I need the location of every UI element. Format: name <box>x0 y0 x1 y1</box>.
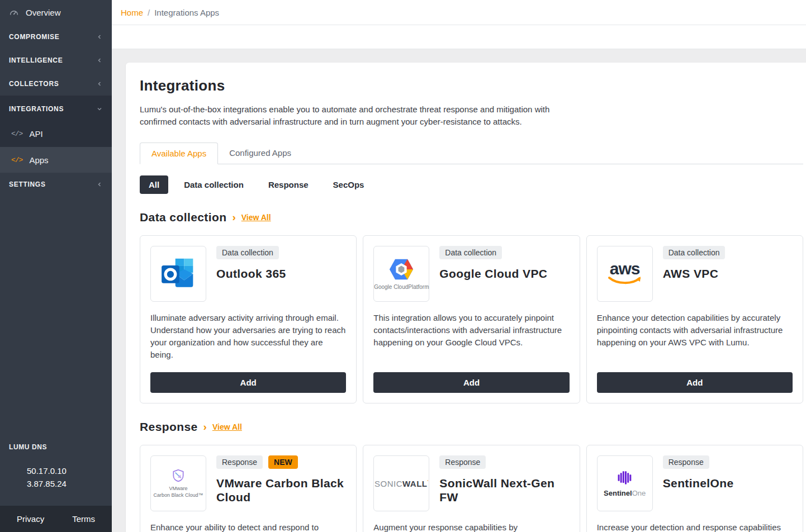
card-description: Enhance your detection capabilities by a… <box>597 312 793 361</box>
integration-card-sentinelone: SentinelOne Response SentinelOne Increas… <box>586 445 803 532</box>
chevron-left-icon <box>96 57 103 64</box>
card-title: SonicWall Next-Gen FW <box>439 476 569 504</box>
page-header-bar <box>112 25 806 49</box>
sidebar-spacer <box>0 196 112 443</box>
card-description: This integration allows you to accuratel… <box>373 312 569 361</box>
google-cloud-logo-text: Google CloudPlatform <box>374 284 429 290</box>
sidebar-footer: Privacy Terms <box>0 506 112 532</box>
aws-logo: aws <box>597 246 653 302</box>
page-description: Lumu's out-of-the-box integrations enabl… <box>140 103 581 128</box>
filter-data-collection[interactable]: Data collection <box>175 175 253 194</box>
view-all-link[interactable]: View All <box>241 213 271 222</box>
card-grid-data-collection: Data collection Outlook 365 Illuminate a… <box>140 235 803 403</box>
sidebar-item-overview[interactable]: Overview <box>0 0 112 25</box>
sonicwall-trademark: ' <box>427 479 428 484</box>
terms-link[interactable]: Terms <box>72 514 95 524</box>
sonicwall-logo-text-wall: WALL <box>402 479 428 488</box>
filter-secops[interactable]: SecOps <box>324 175 373 194</box>
breadcrumb-current: Integrations Apps <box>154 8 219 17</box>
section-title: Data collection <box>140 211 226 224</box>
vmware-logo-text: VMware Carbon Black Cloud™ <box>153 485 203 498</box>
card-title: VMware Carbon Black Cloud <box>216 476 346 504</box>
card-title: AWS VPC <box>663 267 726 281</box>
lumu-dns-label: LUMU DNS <box>9 443 103 451</box>
category-badge: Data collection <box>663 246 726 259</box>
breadcrumb: Home / Integrations Apps <box>112 0 806 25</box>
add-button-outlook-365[interactable]: Add <box>150 372 346 393</box>
filter-all[interactable]: All <box>140 175 168 194</box>
sidebar-group-integrations: INTEGRATIONS </> API <box>0 96 112 147</box>
tab-available-apps[interactable]: Available Apps <box>140 142 218 164</box>
integration-card-sonicwall: SONICWALL' Response SonicWall Next-Gen F… <box>363 445 580 532</box>
filter-bar: All Data collection Response SecOps <box>140 175 803 194</box>
section-title: Response <box>140 420 198 434</box>
aws-smile-icon <box>607 276 643 286</box>
sidebar-item-label: API <box>29 129 42 139</box>
dns-ip: 50.17.0.10 <box>27 464 103 477</box>
dns-ip: 3.87.85.24 <box>27 477 103 490</box>
filter-response[interactable]: Response <box>259 175 317 194</box>
section-label: INTEGRATIONS <box>9 105 64 113</box>
tab-bar: Available Apps Configured Apps <box>140 142 803 164</box>
integration-card-google-cloud-vpc: Google CloudPlatform Data collection Goo… <box>363 235 580 403</box>
sonicwall-logo: SONICWALL' <box>373 455 429 511</box>
category-badge: Response <box>216 455 263 469</box>
lumu-dns-ips: 50.17.0.10 3.87.85.24 <box>9 464 103 490</box>
new-badge: NEW <box>268 455 298 469</box>
page-title: Integrations <box>140 77 803 94</box>
card-title: SentinelOne <box>663 476 734 490</box>
section-header-data-collection: Data collection › View All <box>140 211 803 224</box>
chevron-down-icon <box>96 106 103 112</box>
category-badge: Response <box>439 455 486 469</box>
section-label: INTELLIGENCE <box>9 56 63 64</box>
content-background: Integrations Lumu's out-of-the-box integ… <box>112 49 806 532</box>
view-all-link[interactable]: View All <box>212 422 242 431</box>
privacy-link[interactable]: Privacy <box>17 514 44 524</box>
chevron-left-icon <box>96 80 103 87</box>
card-grid-response: VMware Carbon Black Cloud™ Response NEW … <box>140 445 803 532</box>
integration-card-aws-vpc: aws Data collection AWS VPC <box>586 235 803 403</box>
chevron-left-icon <box>96 34 103 40</box>
sidebar-item-compromise[interactable]: COMPROMISE <box>0 25 112 49</box>
sidebar-item-label: Overview <box>26 8 61 17</box>
section-label: COMPROMISE <box>9 33 59 41</box>
sidebar-item-collectors[interactable]: COLLECTORS <box>0 72 112 96</box>
card-title: Outlook 365 <box>216 267 286 281</box>
sentinelone-logo: SentinelOne <box>597 455 653 511</box>
tab-configured-apps[interactable]: Configured Apps <box>218 142 302 164</box>
card-description: Enhance your ability to detect and respo… <box>150 521 346 532</box>
section-label: COLLECTORS <box>9 80 59 88</box>
sidebar: Overview COMPROMISE INTELLIGENCE COLLECT… <box>0 0 112 532</box>
lumu-dns-block: LUMU DNS 50.17.0.10 3.87.85.24 <box>0 443 112 506</box>
chevron-left-icon <box>96 181 103 188</box>
sentinelone-logo-text: SentinelOne <box>604 489 646 497</box>
sidebar-item-settings[interactable]: SETTINGS <box>0 173 112 196</box>
code-icon: </> <box>11 130 22 138</box>
chevron-right-icon: › <box>203 421 207 433</box>
sidebar-item-intelligence[interactable]: INTELLIGENCE <box>0 49 112 72</box>
outlook-logo <box>150 246 206 302</box>
category-badge: Data collection <box>439 246 502 259</box>
chevron-right-icon: › <box>232 211 235 224</box>
card-description: Illuminate adversary activity arriving t… <box>150 312 346 361</box>
main-area: Home / Integrations Apps Integrations Lu… <box>112 0 806 532</box>
sidebar-item-integrations[interactable]: INTEGRATIONS <box>0 97 112 121</box>
integration-card-vmware-carbon-black: VMware Carbon Black Cloud™ Response NEW … <box>140 445 357 532</box>
sidebar-item-apps[interactable]: </> Apps <box>0 147 112 173</box>
sidebar-item-api[interactable]: </> API <box>0 121 112 146</box>
code-icon: </> <box>11 156 22 164</box>
add-button-aws-vpc[interactable]: Add <box>597 372 793 393</box>
integrations-panel: Integrations Lumu's out-of-the-box integ… <box>126 63 806 532</box>
card-title: Google Cloud VPC <box>439 267 547 281</box>
category-badge: Data collection <box>216 246 279 259</box>
google-cloud-logo: Google CloudPlatform <box>373 246 429 302</box>
vmware-carbon-black-logo: VMware Carbon Black Cloud™ <box>150 455 206 511</box>
breadcrumb-home-link[interactable]: Home <box>121 8 143 17</box>
add-button-google-cloud-vpc[interactable]: Add <box>373 372 569 393</box>
sidebar-item-label: Apps <box>29 155 48 165</box>
integration-card-outlook-365: Data collection Outlook 365 Illuminate a… <box>140 235 357 403</box>
category-badge: Response <box>663 455 709 469</box>
breadcrumb-separator: / <box>148 8 150 17</box>
sonicwall-logo-text-sonic: SONIC <box>374 479 402 488</box>
gauge-icon <box>9 8 19 18</box>
